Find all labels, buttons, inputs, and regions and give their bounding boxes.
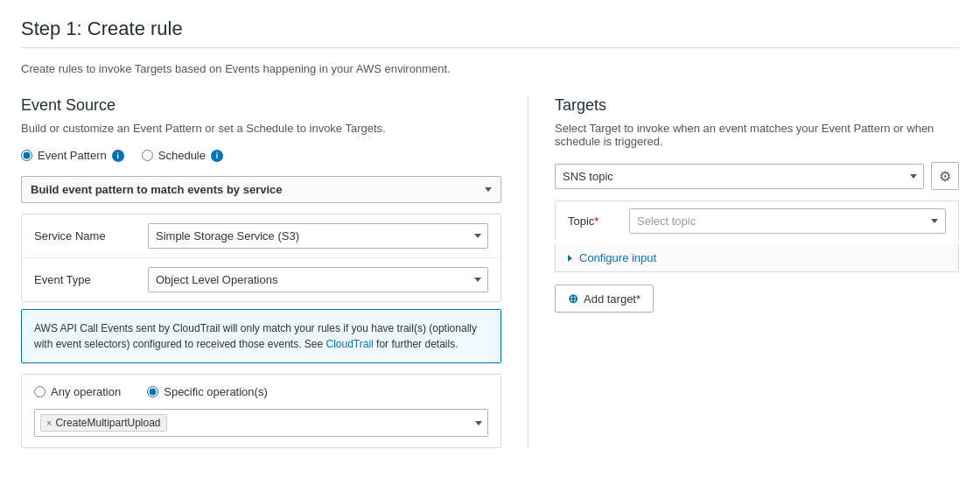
topic-placeholder-text: Select topic xyxy=(637,214,696,228)
target-type-select[interactable]: SNS topic xyxy=(555,164,924,189)
specific-operation-radio[interactable] xyxy=(147,386,158,397)
any-operation-text: Any operation xyxy=(51,385,121,398)
add-target-button[interactable]: ⊕ Add target* xyxy=(555,285,654,313)
tag-value: CreateMultipartUpload xyxy=(55,417,160,429)
event-pattern-label[interactable]: Event Pattern i xyxy=(21,149,124,162)
event-source-description: Build or customize an Event Pattern or s… xyxy=(21,122,501,135)
targets-description: Select Target to invoke when an event ma… xyxy=(555,122,959,148)
event-type-label: Event Type xyxy=(34,273,148,286)
topic-required-star: * xyxy=(594,214,598,228)
event-pattern-info-icon[interactable]: i xyxy=(112,150,124,162)
event-pattern-dropdown-label: Build event pattern to match events by s… xyxy=(31,183,283,196)
event-pattern-radio[interactable] xyxy=(21,150,32,161)
targets-panel: Targets Select Target to invoke when an … xyxy=(528,96,959,448)
schedule-radio[interactable] xyxy=(142,150,153,161)
topic-label: Topic* xyxy=(568,214,629,228)
cloudtrail-link[interactable]: CloudTrail xyxy=(326,338,374,350)
service-name-select-wrapper: Simple Storage Service (S3) xyxy=(148,223,488,249)
any-operation-label[interactable]: Any operation xyxy=(34,385,121,398)
event-source-panel: Event Source Build or customize an Event… xyxy=(21,96,528,448)
topic-select-dropdown[interactable]: Select topic xyxy=(629,208,946,234)
event-pattern-dropdown[interactable]: Build event pattern to match events by s… xyxy=(21,176,501,203)
event-type-select[interactable]: Object Level Operations xyxy=(148,267,488,292)
event-pattern-text: Event Pattern xyxy=(38,149,107,162)
page-description: Create rules to invoke Targets based on … xyxy=(21,62,959,75)
gear-button[interactable]: ⚙ xyxy=(931,162,959,190)
operation-tag-input[interactable]: × CreateMultipartUpload xyxy=(34,409,488,437)
topic-config-box: Topic* Select topic Configure input xyxy=(555,200,959,272)
specific-operation-label[interactable]: Specific operation(s) xyxy=(147,385,268,398)
service-name-row: Service Name Simple Storage Service (S3) xyxy=(22,214,500,258)
event-source-title: Event Source xyxy=(21,96,501,115)
main-content: Event Source Build or customize an Event… xyxy=(21,96,959,448)
page-container: Step 1: Create rule Create rules to invo… xyxy=(0,0,980,466)
event-pattern-radio-group: Event Pattern i Schedule i xyxy=(21,149,501,162)
info-box-suffix: for further details. xyxy=(374,338,458,350)
operation-tag: × CreateMultipartUpload xyxy=(40,414,167,432)
schedule-label[interactable]: Schedule i xyxy=(142,149,223,162)
tag-dropdown-arrow-icon[interactable] xyxy=(475,421,482,425)
specific-operation-text: Specific operation(s) xyxy=(164,385,268,398)
page-divider xyxy=(21,47,959,48)
event-form-table: Service Name Simple Storage Service (S3)… xyxy=(21,214,501,302)
target-type-row: SNS topic ⚙ xyxy=(555,162,959,190)
plus-icon: ⊕ xyxy=(568,292,578,306)
topic-select-wrapper: Select topic xyxy=(629,208,946,234)
topic-label-text: Topic xyxy=(568,214,594,228)
dropdown-arrow-icon xyxy=(485,187,492,192)
add-target-label: Add target* xyxy=(584,292,640,306)
targets-title: Targets xyxy=(555,96,959,115)
schedule-info-icon[interactable]: i xyxy=(211,150,223,162)
service-name-label: Service Name xyxy=(34,229,148,243)
configure-input-row[interactable]: Configure input xyxy=(555,244,959,272)
target-type-select-wrapper: SNS topic xyxy=(555,164,924,189)
event-type-select-wrapper: Object Level Operations xyxy=(148,267,488,292)
topic-dropdown-arrow-icon xyxy=(931,219,938,223)
operation-radio-group: Any operation Specific operation(s) xyxy=(34,385,488,398)
tag-remove-icon[interactable]: × xyxy=(46,418,52,428)
event-type-row: Event Type Object Level Operations xyxy=(22,258,500,301)
topic-row: Topic* Select topic xyxy=(555,200,959,241)
chevron-right-icon xyxy=(568,255,572,262)
service-name-select[interactable]: Simple Storage Service (S3) xyxy=(148,223,488,249)
operation-section: Any operation Specific operation(s) × Cr… xyxy=(21,374,501,448)
configure-input-label: Configure input xyxy=(579,251,656,264)
schedule-text: Schedule xyxy=(158,149,206,162)
cloudtrail-info-box: AWS API Call Events sent by CloudTrail w… xyxy=(21,309,501,363)
event-type-control: Object Level Operations xyxy=(148,267,488,292)
service-name-control: Simple Storage Service (S3) xyxy=(148,223,488,249)
any-operation-radio[interactable] xyxy=(34,386,46,397)
page-title: Step 1: Create rule xyxy=(21,18,959,40)
